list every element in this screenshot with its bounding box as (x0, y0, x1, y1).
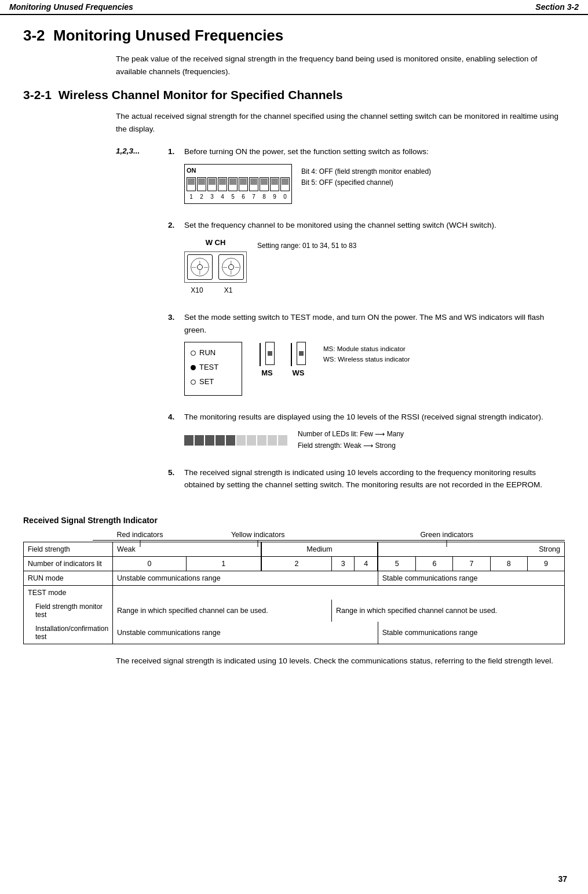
rssi-bar-9 (268, 435, 277, 446)
num-indicators-label: Number of indicators lit (24, 556, 113, 571)
mode-area: RUN TEST SET (184, 342, 565, 395)
run-stable: Stable communications range (378, 571, 564, 585)
rssi-bar-4 (216, 435, 225, 446)
dip-n10: 0 (280, 192, 290, 202)
dip-n5: 5 (228, 192, 238, 202)
ws-rect (297, 342, 306, 365)
step3-num: 3. (168, 311, 184, 324)
dip-bit-7 (249, 177, 258, 191)
red-header: Red indicators (93, 531, 187, 541)
wch-switch-container: | | — — (184, 251, 247, 283)
wch-labels-row: X10 X1 (184, 285, 247, 296)
wch-area: W CH | | — (184, 237, 496, 296)
rssi-section-heading: Received Signal Strength Indicator (23, 516, 565, 525)
mode-run-label: RUN (199, 347, 216, 359)
green-vline (447, 540, 447, 547)
page-header: Monitoring Unused Frequencies Section 3-… (0, 0, 588, 15)
field-strength-monitor-row: Field strength monitor test Range in whi… (24, 600, 565, 622)
ws-note: WS: Wireless status indicator (323, 355, 410, 364)
num-1: 1 (186, 556, 261, 571)
field-strength-label: Field strength (24, 542, 113, 556)
num-0: 0 (113, 556, 187, 571)
fsm-cannot-use: Range in which specified channel cannot … (332, 600, 565, 622)
field-strength-monitor-label: Field strength monitor test (24, 600, 113, 622)
dip-n6: 6 (239, 192, 248, 202)
rssi-note-line1: Number of LEDs lit: Few ⟶ Many (298, 429, 404, 440)
dip-note-line1: Bit 4: OFF (field strength monitor enabl… (301, 166, 431, 177)
wch-switches: | | — — (187, 254, 244, 280)
installation-test-row: Installation/confirmation test Unstable … (24, 622, 565, 644)
section-title: 3-2 Monitoring Unused Frequencies (23, 27, 565, 45)
rssi-bar-1 (184, 435, 193, 446)
rssi-bar-2 (195, 435, 204, 446)
fsm-can-use: Range in which specified channel can be … (113, 600, 332, 622)
wch-x10-label: X10 (184, 285, 210, 296)
dip-switches-row (187, 177, 290, 191)
dip-bit-5 (228, 177, 238, 191)
mode-box: RUN TEST SET (184, 342, 242, 395)
footer-text: The received signal strength is indicate… (116, 656, 553, 665)
ms-rect (265, 342, 275, 365)
step3-body: Set the mode setting switch to TEST mode… (184, 311, 565, 404)
rssi-note: Number of LEDs lit: Few ⟶ Many Field str… (298, 429, 404, 451)
wch-tick2-left: — (223, 264, 227, 270)
step4-text: The monitoring results are displayed usi… (184, 411, 543, 424)
step5-num: 5. (168, 466, 184, 479)
dip-bit-9 (270, 177, 279, 191)
ms-ws-group: MS WS (260, 342, 306, 380)
run-mode-label: RUN mode (24, 571, 113, 585)
wch-inner-x10: | | — — (191, 258, 209, 276)
page-content: 3-2 Monitoring Unused Frequencies The pe… (0, 15, 588, 690)
step2-text: Set the frequency channel to be monitore… (184, 219, 496, 232)
num-6: 6 (416, 556, 453, 571)
wch-inner-x1: | | — — (222, 258, 240, 276)
signal-table: Field strength Weak Medium Strong Number… (23, 542, 565, 644)
dip-n9: 9 (270, 192, 279, 202)
wch-switch-x10: | | — — (187, 254, 213, 280)
indicators-area: MS WS (260, 342, 410, 380)
header-right: Section 3-2 (535, 2, 579, 12)
yellow-header-label: Yellow indicators (231, 531, 285, 539)
green-header-label: Green indicators (420, 531, 473, 539)
field-weak: Weak (113, 542, 261, 556)
rssi-area: Number of LEDs lit: Few ⟶ Many Field str… (184, 429, 543, 451)
header-left: Monitoring Unused Frequencies (9, 2, 133, 12)
color-headers-row: Red indicators Yellow indicators Green i… (23, 531, 565, 541)
ms-indicator: MS (260, 342, 275, 380)
dip-n1: 1 (187, 192, 196, 202)
field-medium: Medium (261, 542, 378, 556)
num-indicators-row: Number of indicators lit 0 1 2 3 4 5 6 7… (24, 556, 565, 571)
ws-inner (299, 351, 304, 356)
mode-dot-test (191, 365, 196, 370)
mode-dot-set (191, 380, 196, 385)
dip-n2: 2 (197, 192, 206, 202)
install-stable: Stable communications range (378, 622, 564, 644)
steps-container: 1,2,3... 1. Before turning ON the power,… (116, 145, 565, 502)
wch-tick-bot: | (199, 269, 200, 275)
rssi-bar-8 (257, 435, 266, 446)
step1-num: 1. (168, 145, 184, 158)
dip-bit-8 (260, 177, 269, 191)
ms-note: MS: Module status indicator (323, 344, 410, 354)
steps-label: 1,2,3... (116, 145, 162, 155)
field-strength-row: Field strength Weak Medium Strong (24, 542, 565, 556)
dip-note-line2: Bit 5: OFF (specified channel) (301, 177, 431, 188)
field-strong: Strong (378, 542, 564, 556)
step5-body: The received signal strength is indicate… (184, 466, 565, 491)
rssi-bar-6 (236, 435, 246, 446)
ws-indicator: WS (291, 342, 306, 380)
dip-n8: 8 (260, 192, 269, 202)
wch-note: Setting range: 01 to 34, 51 to 83 (257, 237, 356, 251)
ws-label: WS (293, 367, 305, 380)
rssi-bar-5 (226, 435, 235, 446)
dip-bit-3 (207, 177, 217, 191)
wch-tick2-right: — (235, 264, 239, 270)
step4-num: 4. (168, 411, 184, 424)
page-number: 37 (558, 874, 567, 884)
dip-bit-10 (280, 177, 290, 191)
wch-graphic: W CH | | — (184, 237, 247, 296)
test-mode-empty (113, 585, 565, 600)
ms-label: MS (261, 367, 273, 380)
dip-bit-4 (218, 177, 227, 191)
step2-body: Set the frequency channel to be monitore… (184, 219, 496, 305)
